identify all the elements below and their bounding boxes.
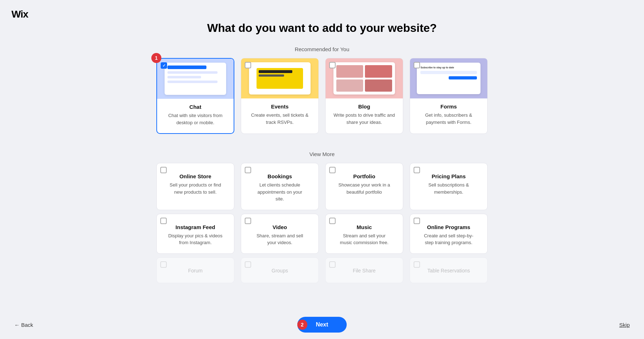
bottom-nav: ← Back 2 Next Skip: [0, 310, 644, 339]
page-title: What do you want to add to your website?: [207, 21, 437, 35]
thumb-forms: Subscribe to stay up to date: [410, 58, 487, 98]
wix-logo: Wix: [11, 9, 28, 20]
title-portfolio: Portfolio: [348, 173, 380, 179]
step-badge-1: 1: [151, 53, 161, 63]
checkbox-instagram-feed[interactable]: [160, 218, 167, 224]
desc-events: Create events, sell tickets & track RSVP…: [241, 112, 318, 126]
card-bookings[interactable]: Bookings Let clients schedule appointmen…: [241, 163, 319, 210]
view-more-grid-2: Instagram Feed Display your pics & video…: [156, 214, 488, 254]
desc-video: Share, stream and sell your videos.: [247, 232, 313, 246]
checkbox-chat[interactable]: ✓: [161, 62, 167, 69]
desc-portfolio: Showcase your work in a beautiful portfo…: [331, 181, 397, 195]
checkbox-pricing-plans[interactable]: [414, 167, 420, 173]
card-table-reservations[interactable]: Table Reservations: [410, 257, 488, 283]
desc-instagram-feed: Display your pics & videos from Instagra…: [162, 232, 228, 246]
desc-online-store: Sell your products or find new products …: [162, 181, 228, 195]
checkbox-online-store[interactable]: [160, 167, 167, 173]
card-file-share[interactable]: File Share: [325, 257, 403, 283]
desc-bookings: Let clients schedule appointments on you…: [247, 181, 313, 203]
checkbox-forms[interactable]: ✓: [414, 62, 420, 68]
skip-button[interactable]: Skip: [619, 322, 630, 328]
faded-grid: Forum Groups File Share Table Reservatio…: [156, 257, 488, 283]
title-file-share: File Share: [348, 268, 381, 273]
desc-chat: Chat with site visitors from desktop or …: [157, 112, 234, 126]
desc-pricing-plans: Sell subscriptions & memberships.: [416, 181, 482, 195]
thumb-blog: [326, 58, 403, 98]
desc-online-programs: Create and sell step-by-step training pr…: [416, 232, 482, 246]
title-blog: Blog: [353, 103, 375, 110]
title-forms: Forms: [435, 103, 462, 110]
checkbox-video[interactable]: [245, 218, 251, 224]
title-instagram-feed: Instagram Feed: [171, 224, 220, 230]
checkbox-file-share[interactable]: [329, 261, 336, 268]
title-video: Video: [268, 224, 292, 230]
card-forms[interactable]: ✓ Subscribe to stay up to date Forms Get…: [410, 58, 488, 134]
checkbox-bookings[interactable]: [245, 167, 251, 173]
checkbox-table-reservations[interactable]: [414, 261, 420, 268]
card-online-programs[interactable]: Online Programs Create and sell step-by-…: [410, 214, 488, 254]
desc-forms: Get info, subscribers & payments with Fo…: [410, 112, 487, 126]
title-online-programs: Online Programs: [422, 224, 475, 230]
card-video[interactable]: Video Share, stream and sell your videos…: [241, 214, 319, 254]
title-chat: Chat: [184, 104, 206, 110]
checkbox-events[interactable]: ✓: [245, 62, 251, 68]
checkbox-music[interactable]: [329, 218, 336, 224]
card-blog[interactable]: ✓ Blog Write posts to drive traffic and …: [325, 58, 403, 134]
main-content: What do you want to add to your website?…: [0, 0, 644, 330]
title-online-store: Online Store: [174, 173, 216, 179]
card-online-store[interactable]: Online Store Sell your products or find …: [156, 163, 234, 210]
view-more-grid-1: Online Store Sell your products or find …: [156, 163, 488, 210]
card-portfolio[interactable]: Portfolio Showcase your work in a beauti…: [325, 163, 403, 210]
check-chat: ✓: [162, 63, 166, 68]
title-pricing-plans: Pricing Plans: [426, 173, 470, 179]
recommended-grid: ✓ Chat Chat with site visitors from desk…: [156, 58, 488, 134]
card-events[interactable]: ✓ Events Create events, sell tickets & t…: [241, 58, 319, 134]
thumb-events: [241, 58, 318, 98]
view-more-label: View More: [309, 151, 335, 157]
title-table-reservations: Table Reservations: [422, 268, 475, 273]
back-button[interactable]: ← Back: [14, 322, 33, 328]
card-pricing-plans[interactable]: Pricing Plans Sell subscriptions & membe…: [410, 163, 488, 210]
checkbox-portfolio[interactable]: [329, 167, 336, 173]
card-forum[interactable]: Forum: [156, 257, 234, 283]
card-music[interactable]: Music Stream and sell your music commiss…: [325, 214, 403, 254]
title-music: Music: [352, 224, 377, 230]
desc-music: Stream and sell your music commission fr…: [331, 232, 397, 246]
card-instagram-feed[interactable]: Instagram Feed Display your pics & video…: [156, 214, 234, 254]
title-forum: Forum: [183, 268, 208, 273]
recommended-label: Recommended for You: [295, 46, 350, 52]
title-bookings: Bookings: [263, 173, 297, 179]
next-wrap: 2 Next: [297, 317, 347, 333]
title-events: Events: [266, 103, 293, 110]
recommended-section: 1 ✓ Chat Chat with site visitors from de…: [156, 58, 488, 137]
checkbox-online-programs[interactable]: [414, 218, 420, 224]
card-groups[interactable]: Groups: [241, 257, 319, 283]
card-chat[interactable]: ✓ Chat Chat with site visitors from desk…: [156, 58, 234, 134]
thumb-chat: [157, 59, 234, 99]
title-groups: Groups: [267, 268, 293, 273]
checkbox-groups[interactable]: [245, 261, 251, 268]
checkbox-blog[interactable]: ✓: [329, 62, 336, 68]
step-badge-2: 2: [297, 320, 307, 330]
desc-blog: Write posts to drive traffic and share y…: [326, 112, 403, 126]
checkbox-forum[interactable]: [160, 261, 167, 268]
